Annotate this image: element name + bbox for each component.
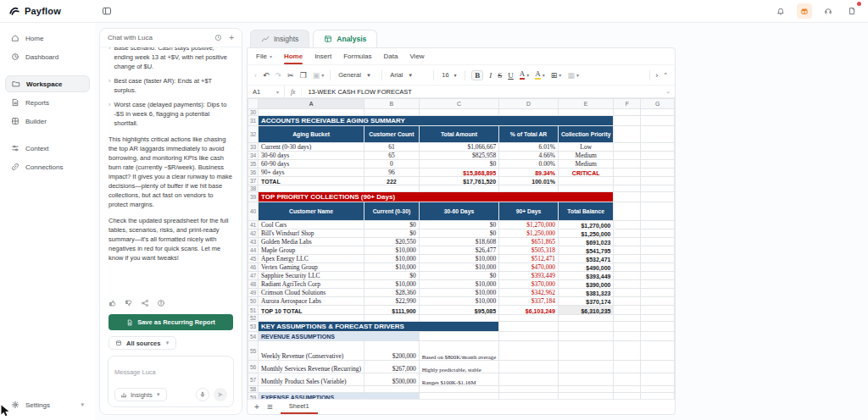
cell[interactable]: 89.34% (499, 169, 559, 177)
cell[interactable]: 96 (364, 169, 420, 177)
menu-file[interactable]: File▾ (256, 52, 272, 60)
row-header-40[interactable]: 40 (248, 202, 259, 221)
cell[interactable]: 222 (364, 177, 420, 185)
sheet-list-menu-icon[interactable] (266, 403, 274, 411)
cell[interactable] (641, 221, 675, 229)
sheet-tab-sheet1[interactable]: Sheet1 (281, 401, 318, 414)
cell[interactable]: Current (0-30) (364, 202, 420, 221)
cell[interactable]: Total Balance (558, 202, 614, 221)
cell[interactable] (558, 341, 614, 361)
cell[interactable] (614, 109, 641, 116)
cell[interactable] (641, 246, 675, 255)
cell[interactable]: $1,066,667 (419, 143, 498, 152)
row-header-59[interactable]: 59 (248, 393, 259, 400)
cell[interactable]: $10,000 (419, 297, 498, 306)
highlight-color-button[interactable]: A▾ (535, 70, 545, 80)
cell[interactable]: ACCOUNTS RECEIVABLE AGING SUMMARY (259, 116, 614, 126)
cell[interactable]: $17,761,520 (419, 177, 498, 185)
cell[interactable]: $825,958 (419, 152, 498, 160)
cell[interactable] (641, 332, 675, 341)
cell[interactable]: Customer Name (259, 202, 364, 221)
cell[interactable]: $267,000 (364, 361, 420, 373)
cell[interactable] (614, 280, 641, 289)
font-size-select[interactable]: 16▾ (440, 71, 459, 79)
cell[interactable]: 100.01% (499, 177, 559, 185)
history-clock-icon[interactable] (214, 34, 222, 41)
save-recurring-report-button[interactable]: Save as Recurring Report (108, 314, 233, 330)
cell[interactable]: $651,865 (499, 238, 559, 246)
row-header-31[interactable]: 31 (248, 116, 259, 126)
all-sources-dropdown[interactable]: All sources ▼ (108, 336, 176, 350)
cell[interactable] (419, 393, 498, 400)
cell[interactable] (641, 160, 675, 169)
cell[interactable]: $393,449 (558, 272, 614, 280)
cell[interactable] (419, 386, 498, 393)
select-all-corner[interactable] (248, 99, 259, 109)
cell[interactable]: % of Total AR (499, 126, 559, 143)
cell[interactable]: $342,962 (499, 289, 559, 297)
cell[interactable] (364, 386, 420, 393)
cell[interactable] (419, 315, 498, 322)
cell[interactable] (641, 126, 675, 143)
cell[interactable] (614, 315, 641, 322)
row-header-30[interactable]: 30 (248, 109, 259, 116)
cell[interactable]: 90+ Days (499, 202, 559, 221)
menu-home[interactable]: Home (284, 52, 303, 60)
number-format-select[interactable]: General▼ (337, 71, 376, 79)
cell[interactable]: $26,477 (419, 246, 498, 255)
cell[interactable]: Radiant AgriTech Corp (259, 280, 364, 289)
cell[interactable]: $532,471 (558, 255, 614, 263)
cell[interactable]: Vertex Gaming Group (259, 263, 364, 272)
cell[interactable]: $10,000 (364, 246, 420, 255)
cell[interactable]: $10,000 (364, 263, 420, 272)
insights-mode-dropdown[interactable]: Insights ▼ (114, 388, 167, 401)
cell[interactable]: 0.00% (499, 160, 559, 169)
info-icon[interactable] (157, 299, 165, 307)
documents-icon[interactable] (844, 3, 860, 19)
cell[interactable]: TOP 10 TOTAL (259, 306, 364, 315)
paste-icon[interactable]: ▣▾ (313, 71, 325, 80)
cell[interactable] (641, 361, 675, 373)
cell[interactable] (614, 306, 641, 315)
sidebar-item-connections[interactable]: Connections (5, 158, 90, 175)
merge-cells-button[interactable]: ▦▾ (567, 71, 579, 80)
column-header-D[interactable]: D (499, 99, 559, 109)
new-chat-plus-icon[interactable]: + (229, 34, 234, 41)
cell[interactable]: Medium (558, 160, 614, 169)
cell[interactable]: 60-90 days (259, 160, 364, 169)
sidebar-item-workspace[interactable]: Workspace (5, 75, 90, 92)
cell[interactable]: $1,270,000 (558, 221, 614, 229)
cell[interactable] (614, 221, 641, 229)
cell[interactable] (614, 289, 641, 297)
cell[interactable]: REVENUE ASSUMPTIONS (259, 332, 420, 341)
column-header-G[interactable]: G (641, 99, 675, 109)
message-input[interactable] (114, 368, 227, 376)
thumbs-up-icon[interactable] (108, 299, 117, 307)
cell[interactable]: $393,449 (499, 272, 559, 280)
row-header-39[interactable]: 39 (248, 192, 259, 202)
row-header-52[interactable]: 52 (248, 315, 259, 322)
cell[interactable] (614, 143, 641, 152)
cell[interactable]: $22,990 (364, 297, 420, 306)
chevron-up-icon[interactable]: ⌃ (663, 72, 668, 79)
row-header-58[interactable]: 58 (248, 386, 259, 393)
cell[interactable]: $381,323 (558, 289, 614, 297)
cell[interactable]: Monthly Services Revenue (Recurring) (259, 361, 364, 373)
cell[interactable]: Weekly Revenue (Conservative) (259, 341, 364, 361)
sidebar-item-context[interactable]: Context (5, 140, 90, 157)
cell[interactable]: $10,000 (419, 263, 498, 272)
row-header-46[interactable]: 46 (248, 263, 259, 272)
italic-button[interactable]: I (489, 71, 492, 80)
cell[interactable] (614, 272, 641, 280)
row-header-42[interactable]: 42 (248, 229, 259, 238)
cell[interactable]: $370,000 (499, 280, 559, 289)
cell[interactable] (641, 177, 675, 185)
cell[interactable] (641, 297, 675, 306)
cell[interactable] (641, 280, 675, 289)
cell[interactable] (641, 169, 675, 177)
row-header-33[interactable]: 33 (248, 143, 259, 152)
cell[interactable] (364, 315, 420, 322)
row-header-45[interactable]: 45 (248, 255, 259, 263)
cell[interactable] (641, 229, 675, 238)
cell[interactable] (558, 332, 614, 341)
